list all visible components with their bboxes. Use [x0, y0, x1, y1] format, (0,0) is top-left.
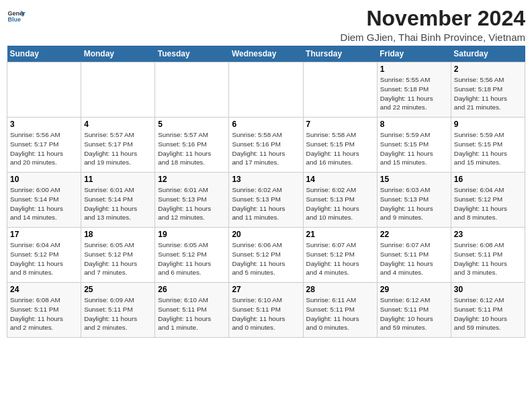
day-number: 10: [10, 175, 78, 184]
day-info: Sunrise: 5:59 AM Sunset: 5:15 PM Dayligh…: [454, 130, 522, 167]
day-number: 14: [306, 175, 374, 184]
day-info: Sunrise: 6:00 AM Sunset: 5:14 PM Dayligh…: [10, 185, 78, 222]
logo: General Blue: [7, 7, 26, 26]
day-info: Sunrise: 6:12 AM Sunset: 5:11 PM Dayligh…: [454, 295, 522, 332]
day-number: 16: [454, 175, 522, 184]
day-number: 2: [454, 64, 522, 74]
day-number: 1: [380, 64, 448, 74]
day-number: 29: [380, 285, 448, 294]
calendar-cell: 18Sunrise: 6:05 AM Sunset: 5:12 PM Dayli…: [81, 228, 155, 283]
day-info: Sunrise: 6:09 AM Sunset: 5:11 PM Dayligh…: [84, 295, 152, 332]
week-row-1: 1Sunrise: 5:55 AM Sunset: 5:18 PM Daylig…: [7, 62, 525, 118]
day-info: Sunrise: 6:12 AM Sunset: 5:11 PM Dayligh…: [380, 295, 448, 332]
header-monday: Monday: [81, 46, 155, 62]
day-number: 4: [84, 120, 152, 129]
calendar-cell: 19Sunrise: 6:05 AM Sunset: 5:12 PM Dayli…: [155, 228, 229, 283]
header-row: SundayMondayTuesdayWednesdayThursdayFrid…: [7, 46, 525, 62]
calendar-cell: 6Sunrise: 5:58 AM Sunset: 5:16 PM Daylig…: [229, 118, 303, 173]
day-info: Sunrise: 5:57 AM Sunset: 5:17 PM Dayligh…: [84, 130, 152, 167]
calendar-table: SundayMondayTuesdayWednesdayThursdayFrid…: [7, 46, 525, 338]
calendar-cell: 28Sunrise: 6:11 AM Sunset: 5:11 PM Dayli…: [303, 283, 377, 338]
calendar-cell: 29Sunrise: 6:12 AM Sunset: 5:11 PM Dayli…: [377, 283, 451, 338]
calendar-cell: [7, 62, 81, 118]
day-info: Sunrise: 5:56 AM Sunset: 5:18 PM Dayligh…: [454, 75, 522, 112]
day-number: 28: [306, 285, 374, 294]
day-number: 5: [158, 120, 226, 129]
calendar-cell: 27Sunrise: 6:10 AM Sunset: 5:11 PM Dayli…: [229, 283, 303, 338]
calendar-cell: 4Sunrise: 5:57 AM Sunset: 5:17 PM Daylig…: [81, 118, 155, 173]
week-row-5: 24Sunrise: 6:08 AM Sunset: 5:11 PM Dayli…: [7, 283, 525, 338]
header-tuesday: Tuesday: [155, 46, 229, 62]
day-info: Sunrise: 6:08 AM Sunset: 5:11 PM Dayligh…: [10, 295, 78, 332]
day-number: 27: [232, 285, 300, 294]
day-number: 13: [232, 175, 300, 184]
title-block: November 2024 Diem GJien, Thai Binh Prov…: [341, 7, 525, 43]
calendar-cell: 10Sunrise: 6:00 AM Sunset: 5:14 PM Dayli…: [7, 173, 81, 228]
day-number: 6: [232, 120, 300, 129]
day-info: Sunrise: 5:55 AM Sunset: 5:18 PM Dayligh…: [380, 75, 448, 112]
day-number: 30: [454, 285, 522, 294]
calendar-cell: 12Sunrise: 6:01 AM Sunset: 5:13 PM Dayli…: [155, 173, 229, 228]
calendar-cell: 17Sunrise: 6:04 AM Sunset: 5:12 PM Dayli…: [7, 228, 81, 283]
day-number: 9: [454, 120, 522, 129]
day-number: 18: [84, 230, 152, 239]
day-number: 17: [10, 230, 78, 239]
day-info: Sunrise: 6:06 AM Sunset: 5:12 PM Dayligh…: [232, 240, 300, 277]
day-number: 12: [158, 175, 226, 184]
day-info: Sunrise: 5:56 AM Sunset: 5:17 PM Dayligh…: [10, 130, 78, 167]
day-number: 26: [158, 285, 226, 294]
calendar-cell: [81, 62, 155, 118]
week-row-4: 17Sunrise: 6:04 AM Sunset: 5:12 PM Dayli…: [7, 228, 525, 283]
day-info: Sunrise: 5:58 AM Sunset: 5:15 PM Dayligh…: [306, 130, 374, 167]
day-number: 3: [10, 120, 78, 129]
day-info: Sunrise: 6:10 AM Sunset: 5:11 PM Dayligh…: [158, 295, 226, 332]
day-info: Sunrise: 6:10 AM Sunset: 5:11 PM Dayligh…: [232, 295, 300, 332]
day-info: Sunrise: 5:57 AM Sunset: 5:16 PM Dayligh…: [158, 130, 226, 167]
calendar-cell: 7Sunrise: 5:58 AM Sunset: 5:15 PM Daylig…: [303, 118, 377, 173]
calendar-cell: 22Sunrise: 6:07 AM Sunset: 5:11 PM Dayli…: [377, 228, 451, 283]
calendar-cell: 5Sunrise: 5:57 AM Sunset: 5:16 PM Daylig…: [155, 118, 229, 173]
subtitle: Diem GJien, Thai Binh Province, Vietnam: [341, 32, 525, 43]
calendar-cell: 3Sunrise: 5:56 AM Sunset: 5:17 PM Daylig…: [7, 118, 81, 173]
day-info: Sunrise: 5:59 AM Sunset: 5:15 PM Dayligh…: [380, 130, 448, 167]
calendar-cell: 16Sunrise: 6:04 AM Sunset: 5:12 PM Dayli…: [451, 173, 525, 228]
header-friday: Friday: [377, 46, 451, 62]
day-number: 19: [158, 230, 226, 239]
calendar-cell: 14Sunrise: 6:02 AM Sunset: 5:13 PM Dayli…: [303, 173, 377, 228]
day-info: Sunrise: 6:01 AM Sunset: 5:14 PM Dayligh…: [84, 185, 152, 222]
header-wednesday: Wednesday: [229, 46, 303, 62]
svg-text:Blue: Blue: [7, 16, 21, 23]
page-header: General Blue November 2024 Diem GJien, T…: [7, 7, 525, 43]
day-info: Sunrise: 6:03 AM Sunset: 5:13 PM Dayligh…: [380, 185, 448, 222]
calendar-cell: 30Sunrise: 6:12 AM Sunset: 5:11 PM Dayli…: [451, 283, 525, 338]
header-sunday: Sunday: [7, 46, 81, 62]
calendar-cell: 8Sunrise: 5:59 AM Sunset: 5:15 PM Daylig…: [377, 118, 451, 173]
day-info: Sunrise: 6:02 AM Sunset: 5:13 PM Dayligh…: [232, 185, 300, 222]
day-number: 24: [10, 285, 78, 294]
day-info: Sunrise: 6:07 AM Sunset: 5:12 PM Dayligh…: [306, 240, 374, 277]
day-number: 23: [454, 230, 522, 239]
logo-icon: General Blue: [7, 7, 26, 26]
calendar-cell: 25Sunrise: 6:09 AM Sunset: 5:11 PM Dayli…: [81, 283, 155, 338]
calendar-cell: 13Sunrise: 6:02 AM Sunset: 5:13 PM Dayli…: [229, 173, 303, 228]
day-number: 15: [380, 175, 448, 184]
header-thursday: Thursday: [303, 46, 377, 62]
main-title: November 2024: [341, 7, 525, 30]
day-info: Sunrise: 6:04 AM Sunset: 5:12 PM Dayligh…: [454, 185, 522, 222]
calendar-cell: 2Sunrise: 5:56 AM Sunset: 5:18 PM Daylig…: [451, 62, 525, 118]
day-info: Sunrise: 5:58 AM Sunset: 5:16 PM Dayligh…: [232, 130, 300, 167]
calendar-cell: 24Sunrise: 6:08 AM Sunset: 5:11 PM Dayli…: [7, 283, 81, 338]
day-number: 22: [380, 230, 448, 239]
day-info: Sunrise: 6:11 AM Sunset: 5:11 PM Dayligh…: [306, 295, 374, 332]
day-info: Sunrise: 6:02 AM Sunset: 5:13 PM Dayligh…: [306, 185, 374, 222]
calendar-cell: 23Sunrise: 6:08 AM Sunset: 5:11 PM Dayli…: [451, 228, 525, 283]
calendar-cell: 15Sunrise: 6:03 AM Sunset: 5:13 PM Dayli…: [377, 173, 451, 228]
header-saturday: Saturday: [451, 46, 525, 62]
day-info: Sunrise: 6:05 AM Sunset: 5:12 PM Dayligh…: [84, 240, 152, 277]
day-number: 21: [306, 230, 374, 239]
day-info: Sunrise: 6:05 AM Sunset: 5:12 PM Dayligh…: [158, 240, 226, 277]
day-number: 7: [306, 120, 374, 129]
calendar-cell: [303, 62, 377, 118]
day-info: Sunrise: 6:01 AM Sunset: 5:13 PM Dayligh…: [158, 185, 226, 222]
calendar-cell: 26Sunrise: 6:10 AM Sunset: 5:11 PM Dayli…: [155, 283, 229, 338]
